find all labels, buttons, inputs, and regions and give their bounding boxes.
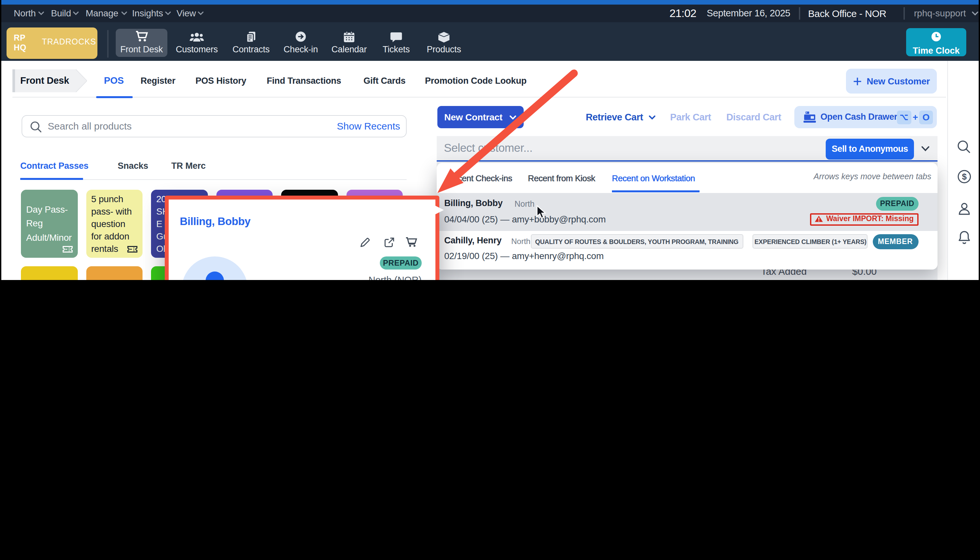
svg-text:$: $ <box>962 172 967 182</box>
